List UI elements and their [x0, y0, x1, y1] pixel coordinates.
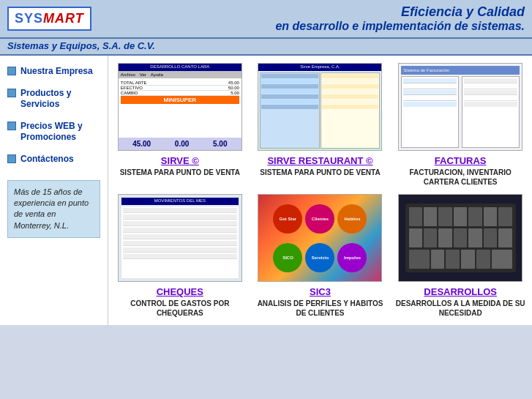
product-sic3: Get Star Clientes Habitos SICO Servicio … — [255, 194, 386, 318]
kb-key — [468, 207, 482, 226]
sidebar-item-precios[interactable]: Precios WEB y Promociones — [7, 121, 100, 143]
cheques-row — [123, 241, 237, 246]
sic3-circle-6: Impulso — [337, 243, 367, 272]
sirve-body: TOTAL ARTE45.00 EFECTIVO50.00 CAMBIO5.00… — [119, 78, 241, 136]
kb-key — [409, 250, 430, 269]
cheques-row — [123, 234, 237, 239]
sirve-screenshot: DESARROLLO CANTO LARA Archivo Ver Ayuda … — [118, 63, 242, 151]
product-sirve: DESARROLLO CANTO LARA Archivo Ver Ayuda … — [114, 63, 246, 187]
cheques-sim: MOVIMIENTOS DEL MES — [119, 195, 241, 281]
facturas-title[interactable]: FACTURAS — [435, 155, 487, 166]
kb-key — [468, 228, 482, 247]
kb-key — [454, 207, 467, 226]
facturas-left — [401, 76, 459, 148]
sub-header: Sistemas y Equipos, S.A. de C.V. — [0, 39, 532, 56]
content-area: DESARROLLO CANTO LARA Archivo Ver Ayuda … — [108, 56, 532, 325]
cheques-title[interactable]: CHEQUES — [157, 286, 203, 297]
sirve-line: EFECTIVO50.00 — [121, 86, 239, 91]
logo-text: SYSMART — [15, 11, 84, 26]
kb-key — [454, 228, 467, 247]
cheques-row — [123, 254, 237, 259]
sirve-line: CAMBIO5.00 — [121, 91, 239, 96]
kb-key — [446, 250, 460, 269]
facturas-sim: Sistema de Facturación — [399, 64, 522, 150]
header: SYSMART Eficiencia y Calidad en desarrol… — [0, 0, 532, 39]
main-container: Nuestra Empresa Productos y Servicios Pr… — [0, 56, 532, 325]
sirve-title[interactable]: SIRVE © — [161, 155, 199, 166]
restaurant-grid — [258, 71, 381, 150]
kb-key — [409, 228, 422, 247]
total-val2: 0.00 — [175, 140, 189, 148]
sic3-screenshot: Get Star Clientes Habitos SICO Servicio … — [258, 194, 382, 282]
kb-row2 — [409, 228, 512, 247]
facturas-subtitle: FACTURACION, INVENTARIO CARTERA CLIENTES — [394, 168, 526, 187]
sidebar-label-precios: Precios WEB y Promociones — [20, 121, 100, 143]
sidebar-bullet — [7, 89, 16, 97]
sidebar-bullet — [7, 122, 16, 130]
keyboard-sim — [405, 204, 516, 272]
sirve-restaurant-screenshot: Sirve Empresa, C.A. — [258, 63, 382, 151]
sic3-title[interactable]: SIC3 — [310, 286, 331, 297]
sirve-restaurant-title[interactable]: SIRVE RESTAURANT © — [267, 155, 372, 166]
cheques-row — [123, 208, 237, 213]
logo[interactable]: SYSMART — [7, 7, 91, 31]
desarrollos-subtitle: DESARROLLOS A LA MEDIDA DE SU NECESIDAD — [394, 299, 526, 318]
product-cheques: MOVIMIENTOS DEL MES CHEQUE — [114, 194, 246, 318]
desarrollos-screenshot — [398, 194, 522, 282]
sic3-subtitle: ANALISIS DE PERFILES Y HABITOS DE CLIENT… — [255, 299, 386, 318]
product-sirve-restaurant: Sirve Empresa, C.A. — [255, 63, 386, 187]
sic3-circle-4: SICO — [273, 243, 302, 272]
logo-smart: MART — [43, 11, 84, 26]
total-val1: 45.00 — [132, 140, 151, 148]
sirve-totals: 45.00 0.00 5.00 — [119, 138, 241, 150]
desarrollos-sim — [399, 195, 522, 281]
kb-key — [438, 207, 452, 226]
sidebar-bullet — [7, 67, 16, 75]
sidebar: Nuestra Empresa Productos y Servicios Pr… — [0, 56, 108, 325]
desarrollos-title[interactable]: DESARROLLOS — [424, 286, 497, 297]
cheques-row — [123, 228, 237, 233]
cheques-row — [123, 247, 237, 253]
cheques-content — [121, 206, 239, 278]
sidebar-label-productos: Productos y Servicios — [20, 88, 100, 111]
kb-key — [498, 228, 512, 247]
kb-key — [438, 228, 452, 247]
kb-key — [498, 207, 512, 226]
product-desarrollos: DESARROLLOS DESARROLLOS A LA MEDIDA DE S… — [394, 194, 526, 318]
kb-key — [492, 250, 512, 269]
facturas-titlebar: Sistema de Facturación — [401, 66, 520, 75]
sirve-restaurant-subtitle: SISTEMA PARA PUNTO DE VENTA — [260, 168, 380, 177]
sirve-line: TOTAL ARTE45.00 — [121, 81, 239, 86]
cheques-row — [123, 221, 237, 226]
tagline-line2: en desarrollo e implementación de sistem… — [106, 20, 525, 33]
sic3-circle-2: Clientes — [305, 204, 334, 234]
restaurant-titlebar: Sirve Empresa, C.A. — [258, 64, 381, 71]
restaurant-sim: Sirve Empresa, C.A. — [258, 64, 381, 150]
tagline-line1: Eficiencia y Calidad — [106, 4, 525, 20]
kb-key — [484, 207, 497, 226]
header-tagline: Eficiencia y Calidad en desarrollo e imp… — [106, 4, 525, 33]
facturas-right — [462, 76, 520, 148]
sirve-subtitle: SISTEMA PARA PUNTO DE VENTA — [120, 168, 240, 177]
cheques-subtitle: CONTROL DE GASTOS POR CHEQUERAS — [114, 299, 246, 318]
facturas-content — [401, 76, 520, 148]
sidebar-item-contactenos[interactable]: Contáctenos — [7, 154, 100, 165]
cheques-screenshot: MOVIMIENTOS DEL MES — [118, 194, 242, 282]
cheques-titlebar: MOVIMIENTOS DEL MES — [121, 198, 239, 205]
logo-sys: SYS — [15, 11, 43, 26]
minisuper-label: MINISUPER — [121, 96, 239, 104]
sidebar-label-nuestra-empresa: Nuestra Empresa — [20, 66, 93, 78]
kb-key — [424, 228, 437, 247]
kb-key — [424, 207, 437, 226]
kb-key — [461, 250, 475, 269]
sidebar-item-nuestra-empresa[interactable]: Nuestra Empresa — [7, 66, 100, 78]
kb-key — [476, 250, 490, 269]
sic3-circle-3: Habitos — [337, 204, 367, 234]
kb-key — [484, 228, 497, 247]
sirve-sim: DESARROLLO CANTO LARA Archivo Ver Ayuda … — [119, 64, 241, 150]
facturas-screenshot: Sistema de Facturación — [398, 63, 522, 151]
sidebar-item-productos[interactable]: Productos y Servicios — [7, 88, 100, 111]
facturas-panels — [401, 76, 520, 148]
sirve-menu: Archivo Ver Ayuda — [119, 71, 241, 78]
total-val3: 5.00 — [213, 140, 227, 148]
